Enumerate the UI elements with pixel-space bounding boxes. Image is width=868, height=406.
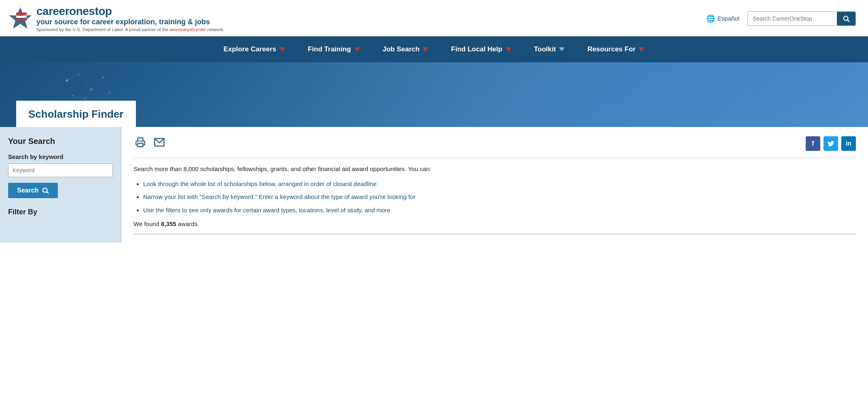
svg-line-5 [847,20,849,21]
nav-job-search-arrow [423,47,428,51]
nav-find-local-help[interactable]: Find Local Help [440,36,523,62]
facebook-button[interactable]: f [806,136,820,151]
page-title: Scholarship Finder [28,108,124,120]
content-area: f in Search more than 8,000 scholarships… [121,127,868,243]
nav-job-search-label: Job Search [383,45,420,53]
nav-find-training[interactable]: Find Training [296,36,371,62]
svg-point-8 [90,89,92,91]
svg-rect-23 [138,143,143,147]
content-divider [133,158,856,158]
nav-resources-for[interactable]: Resources For [576,36,656,62]
main-content: Your Search Search by keyword Search Fil… [0,127,868,243]
logo-text-area: careeronestop your source for career exp… [36,5,224,32]
search-button[interactable]: Search [8,183,58,198]
found-prefix: We found [133,220,161,227]
search-button-icon [42,187,49,194]
search-button-label: Search [17,187,38,194]
nav-toolkit[interactable]: Toolkit [523,36,576,62]
twitter-icon [827,140,834,147]
nav-resources-for-label: Resources For [587,45,635,53]
logo-icon [8,6,32,31]
page-title-tab: Scholarship Finder [16,101,136,127]
svg-line-14 [67,74,79,80]
svg-point-13 [108,92,110,93]
facebook-label: f [812,140,814,147]
content-toolbar: f in [133,135,856,152]
hero-banner: Scholarship Finder [0,62,868,127]
nav-explore-careers[interactable]: Explore Careers [212,36,296,62]
logo-area: careeronestop your source for career exp… [8,5,224,32]
svg-marker-0 [9,7,32,29]
espanol-link[interactable]: 🌐 Español [706,14,739,23]
nav-explore-careers-arrow [279,47,285,51]
nav-find-training-arrow [354,47,360,51]
logo-brand: careeronestop [36,5,112,17]
svg-rect-1 [16,13,27,15]
social-icons: f in [806,136,856,151]
svg-rect-3 [16,19,27,21]
nav-find-local-help-arrow [506,47,511,51]
sidebar: Your Search Search by keyword Search Fil… [0,127,121,243]
globe-icon: 🌐 [706,14,715,23]
header-right: 🌐 Español [706,11,856,26]
print-icon [135,137,146,148]
bullet-2: Narrow your list with "Search by keyword… [143,192,856,202]
logo-sponsored: Sponsored by the U.S. Department of Labo… [36,27,224,32]
intro-text: Search more than 8,000 scholarships, fel… [133,165,856,174]
print-button[interactable] [133,135,147,152]
site-search-bar [747,11,856,26]
svg-line-20 [73,96,85,99]
email-icon [154,137,165,148]
bullet-3: Use the filters to see only awards for c… [143,206,856,215]
found-text: We found 8,355 awards. [133,220,856,227]
svg-rect-2 [16,16,27,18]
nav-toolkit-arrow [559,47,565,51]
nav-find-training-label: Find Training [308,45,351,53]
svg-point-7 [78,74,80,75]
twitter-button[interactable] [824,136,838,151]
toolbar-left [133,135,167,152]
nav-resources-for-arrow [639,47,644,51]
email-button[interactable] [152,135,167,152]
bullet-list: Look through the whole list of scholarsh… [133,180,856,215]
svg-line-16 [91,78,103,90]
svg-line-17 [85,90,91,99]
svg-point-10 [84,98,86,99]
keyword-input[interactable] [8,163,113,177]
logo-subtitle: your source for career exploration, trai… [36,18,224,26]
logo-title: careeronestop [36,5,224,18]
filter-by-title: Filter By [8,208,113,216]
svg-line-15 [79,74,91,90]
keyword-label: Search by keyword [8,153,113,160]
svg-point-12 [72,95,74,97]
bottom-divider [133,234,856,235]
svg-point-9 [102,77,104,78]
ajc-text: americanjobcenter [169,27,206,32]
nav-find-local-help-label: Find Local Help [451,45,502,53]
site-search-input[interactable] [748,12,837,25]
linkedin-button[interactable]: in [841,136,856,151]
nav-job-search[interactable]: Job Search [371,36,440,62]
site-header: careeronestop your source for career exp… [0,0,868,36]
nav-explore-careers-label: Explore Careers [224,45,276,53]
linkedin-label: in [846,140,851,147]
sidebar-section-title: Your Search [8,137,113,146]
svg-line-22 [47,192,49,193]
found-suffix: awards. [176,220,199,227]
espanol-label: Español [718,15,739,22]
svg-point-6 [66,79,68,82]
nav-toolkit-label: Toolkit [534,45,556,53]
found-count: 8,355 [161,220,176,227]
main-nav: Explore Careers Find Training Job Search… [0,36,868,62]
site-search-button[interactable] [837,12,855,25]
bullet-1: Look through the whole list of scholarsh… [143,180,856,189]
